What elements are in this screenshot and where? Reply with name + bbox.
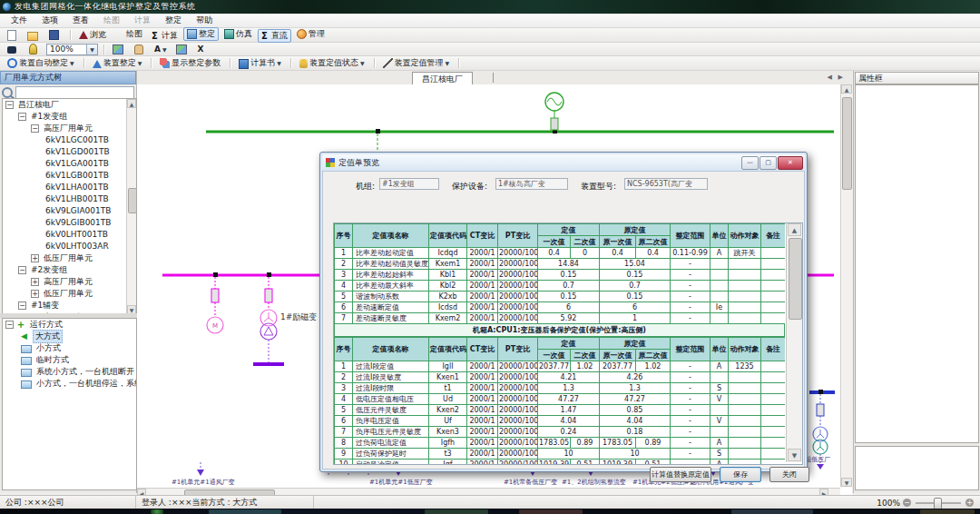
tree-item[interactable]: 6kV1LGB001TB	[3, 170, 136, 182]
tree-item[interactable]: −#2发变组	[3, 264, 136, 276]
cell-ct[interactable]: 2000/1	[467, 248, 498, 259]
toolbar-dc-button[interactable]: Σ直流	[258, 29, 291, 43]
cell-v1[interactable]: 4.21	[538, 372, 600, 383]
cell-name[interactable]: 过流I段灵敏度	[353, 372, 429, 383]
collapse-icon[interactable]: −	[31, 124, 39, 133]
cell-code[interactable]: Kbl2	[429, 281, 467, 292]
cell-o1[interactable]: 4.04	[600, 416, 671, 427]
cell-no[interactable]: 3	[335, 270, 353, 281]
menu-view[interactable]: 查看	[65, 14, 96, 27]
canvas-vertical-scrollbar[interactable]: ▲ ▼	[840, 84, 852, 487]
cell-v1[interactable]: 0.15	[538, 270, 600, 281]
cell-pt[interactable]: 20000/100	[498, 361, 538, 372]
cell-o1[interactable]: 1	[600, 313, 671, 324]
save-button[interactable]: 保存	[720, 467, 761, 482]
collapse-icon[interactable]: −	[5, 321, 14, 329]
menu-help[interactable]: 帮助	[189, 14, 220, 27]
cell-o1[interactable]: 1019.39	[600, 460, 636, 465]
cell-o1[interactable]: 4.26	[600, 372, 671, 383]
dropdown-arrow-icon[interactable]: ▼	[138, 60, 142, 66]
cell-note[interactable]	[761, 281, 786, 292]
cell-o1[interactable]: 6	[600, 302, 671, 313]
cell-pt[interactable]: 20000/100	[498, 313, 538, 324]
toolbar-draw-button[interactable]: 绘图	[112, 27, 146, 41]
taskbar-window-thumbnail[interactable]	[425, 509, 488, 514]
cell-v1[interactable]: 2037.77	[538, 361, 571, 372]
cell-no[interactable]: 9	[335, 449, 353, 460]
cell-pt[interactable]: 20000/100	[498, 394, 538, 405]
cell-ct[interactable]: 2000/1	[467, 259, 498, 270]
toolbar-auto-setting-button[interactable]: 装置自动整定▼	[4, 56, 78, 70]
cell-no[interactable]: 4	[335, 394, 353, 405]
setting-row[interactable]: 7差动速断灵敏度Kxem22000/120000/1005.921-	[335, 313, 786, 324]
cell-no[interactable]: 5	[335, 292, 353, 302]
tree-item[interactable]: +高压厂用单元	[3, 276, 136, 288]
cell-unit[interactable]	[710, 292, 729, 302]
cell-unit[interactable]	[710, 259, 729, 270]
cell-name[interactable]: 过流I段定值	[353, 361, 429, 372]
taskbar-window-thumbnail[interactable]	[209, 509, 281, 514]
expand-icon[interactable]: +	[31, 290, 39, 298]
toolbar-sim-button[interactable]: 仿真	[220, 27, 256, 41]
cell-v2[interactable]: 0.51	[571, 460, 600, 465]
combo-dropdown-icon[interactable]: ▼	[86, 44, 97, 54]
tree-item[interactable]: 6kV1LGD001TB	[3, 146, 136, 158]
setting-row[interactable]: 5低压元件灵敏度Kxen22000/120000/1001.470.85-	[335, 405, 786, 416]
run-mode-item[interactable]: 小方式	[3, 342, 136, 354]
cell-code[interactable]: Icdsd	[429, 302, 467, 313]
zoom-in-icon[interactable]: +	[965, 499, 974, 507]
cell-ct[interactable]: 2000/1	[467, 270, 498, 281]
cell-target[interactable]	[729, 270, 761, 281]
cell-v1[interactable]: 1783.05	[538, 438, 571, 449]
cell-no[interactable]: 10	[335, 460, 353, 465]
cell-no[interactable]: 1	[335, 248, 353, 259]
menu-draw[interactable]: 绘图	[96, 14, 127, 27]
cell-range[interactable]: -	[671, 449, 710, 460]
cell-name[interactable]: 谐波制动系数	[353, 292, 429, 302]
cell-no[interactable]: 6	[335, 302, 353, 313]
cell-pt[interactable]: 20000/100	[498, 372, 538, 383]
menu-calc[interactable]: 计算	[127, 14, 158, 27]
cell-unit[interactable]	[710, 427, 729, 438]
dialog-titlebar[interactable]: 定值单预览 — ▢ ✕	[322, 154, 805, 171]
cell-ct[interactable]: 2000/1	[467, 281, 498, 292]
cell-code[interactable]: Iqf	[429, 460, 467, 465]
cell-v1[interactable]: 1.3	[538, 383, 600, 394]
cell-v2[interactable]: 0	[571, 248, 600, 259]
cell-target[interactable]	[729, 416, 761, 427]
dialog-close-button[interactable]: ✕	[778, 156, 803, 170]
taskbar-window-thumbnail[interactable]	[519, 509, 583, 514]
cell-unit[interactable]: A	[710, 361, 729, 372]
cell-unit[interactable]: V	[710, 416, 729, 427]
cell-o1[interactable]: 0.15	[600, 270, 671, 281]
cell-pt[interactable]: 20000/100	[498, 292, 538, 302]
save-button[interactable]	[45, 28, 64, 42]
toolbar-show-params-button[interactable]: 显示整定参数	[156, 56, 224, 70]
cell-pt[interactable]: 20000/100	[498, 248, 538, 259]
cell-pt[interactable]: 20000/100	[498, 281, 538, 292]
tree-item[interactable]: +低压厂用单元	[3, 288, 136, 300]
cell-o1[interactable]: 47.27	[600, 394, 671, 405]
menu-options[interactable]: 选项	[34, 14, 65, 27]
cell-note[interactable]	[761, 372, 786, 383]
open-file-button[interactable]	[24, 28, 44, 42]
cell-no[interactable]: 7	[335, 313, 353, 324]
toolbar-browse-button[interactable]: 浏览	[75, 28, 110, 42]
cell-o1[interactable]: 10	[600, 449, 671, 460]
cell-v1[interactable]: 10	[538, 449, 600, 460]
cell-name[interactable]: 比率差动起始斜率	[353, 270, 429, 281]
cell-target[interactable]	[729, 313, 761, 324]
cell-o1[interactable]: 1.3	[600, 383, 671, 394]
cell-o2[interactable]: 0.89	[636, 438, 671, 449]
cell-no[interactable]: 1	[335, 361, 353, 372]
cell-note[interactable]	[761, 248, 786, 259]
cell-note[interactable]	[761, 405, 786, 416]
table-scrollbar[interactable]: ▲ ▼	[786, 223, 802, 462]
new-file-button[interactable]	[4, 28, 22, 42]
cell-no[interactable]: 5	[335, 405, 353, 416]
tree-item[interactable]: 6kV1LHA001TB	[3, 182, 136, 193]
tree-item[interactable]: 6kV9LGIA001TB	[3, 205, 136, 217]
setting-row[interactable]: 6负序电压定值Uf2000/120000/1004.044.04-V	[335, 416, 786, 427]
toolbar-setting-button[interactable]: 整定	[183, 27, 219, 41]
cell-v1[interactable]: 0.24	[538, 427, 600, 438]
